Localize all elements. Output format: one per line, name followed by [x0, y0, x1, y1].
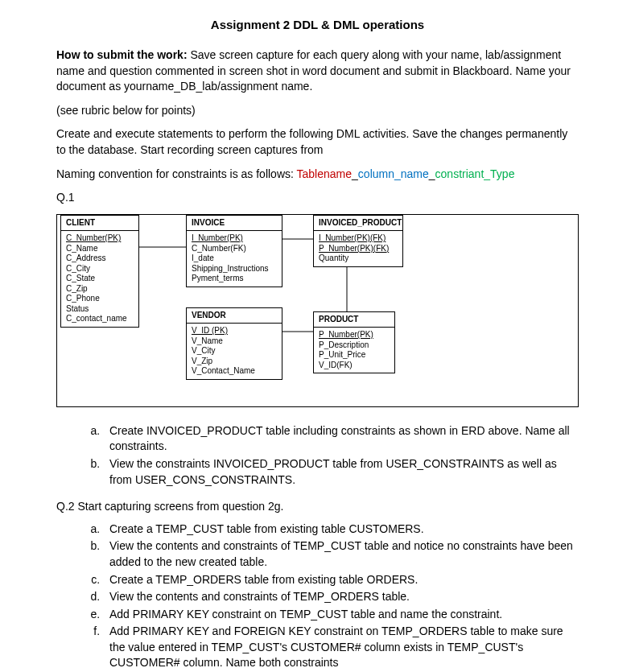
- naming-tablename: Tablename: [297, 167, 353, 180]
- howto-para: How to submit the work: Save screen capt…: [56, 47, 579, 95]
- entity-product-row: P_Number(PK): [319, 330, 390, 340]
- q2-item-d: View the contents and constraints of TEM…: [103, 589, 579, 605]
- entity-vendor-row: V_City: [192, 346, 277, 357]
- entity-client-row: C_Address: [66, 254, 134, 264]
- entity-vendor-row: V_Zip: [192, 357, 277, 367]
- entity-product-row: V_ID(FK): [319, 361, 390, 371]
- entity-invoice-row: I_Number(PK): [192, 233, 277, 244]
- entity-invoiced-product-row: I_Number(PK)(FK): [319, 233, 398, 244]
- entity-vendor-title: VENDOR: [187, 308, 282, 324]
- entity-invoice-row: Pyment_terms: [192, 274, 277, 284]
- naming-sep1: _: [352, 167, 358, 180]
- entity-client: CLIENT C_Number(PK) C_Name C_Address C_C…: [60, 215, 139, 328]
- entity-vendor-row: V_Contact_Name: [192, 366, 277, 377]
- entity-invoiced-product-row: Quantity: [319, 254, 398, 264]
- entity-vendor-row: V_Name: [192, 336, 277, 347]
- entity-vendor-row: V_ID (PK): [192, 326, 277, 336]
- create-stmt: Create and execute statements to perform…: [56, 126, 579, 158]
- erd-diagram: CLIENT C_Number(PK) C_Name C_Address C_C…: [56, 214, 579, 407]
- entity-invoice-title: INVOICE: [187, 216, 282, 232]
- entity-client-row: C_Name: [66, 244, 134, 254]
- naming-column: column_name: [358, 167, 429, 180]
- entity-invoiced-product-row: P_Number(PK)(FK): [319, 244, 398, 254]
- entity-client-row: C_Phone: [66, 294, 134, 304]
- entity-invoiced-product: INVOICED_PRODUCT I_Number(PK)(FK) P_Numb…: [313, 215, 403, 267]
- q2-label: Q.2 Start capturing screens from questio…: [56, 499, 579, 515]
- naming-type: constriant_Type: [435, 167, 515, 180]
- entity-client-row: C_City: [66, 264, 134, 274]
- q1-item-a: Create INVOICED_PRODUCT table including …: [103, 423, 579, 455]
- q2-item-a: Create a TEMP_CUST table from existing t…: [103, 522, 579, 538]
- naming-sep2: _: [429, 167, 435, 180]
- entity-client-row: C_State: [66, 274, 134, 284]
- q1-list: Create INVOICED_PRODUCT table including …: [56, 423, 579, 488]
- q2-item-e: Add PRIMARY KEY constraint on TEMP_CUST …: [103, 607, 579, 623]
- entity-invoice: INVOICE I_Number(PK) C_Number(FK) I_date…: [186, 215, 282, 287]
- entity-client-row: Status: [66, 304, 134, 315]
- entity-client-row: C_Number(PK): [66, 233, 134, 244]
- naming-convention: Naming convention for constraints is as …: [56, 167, 579, 183]
- entity-product-row: P_Unit_Price: [319, 350, 390, 361]
- entity-product-row: P_Description: [319, 340, 390, 351]
- doc-title: Assignment 2 DDL & DML operations: [56, 16, 579, 33]
- entity-client-row: C_contact_name: [66, 314, 134, 324]
- entity-invoice-row: C_Number(FK): [192, 244, 277, 254]
- entity-client-row: C_Zip: [66, 284, 134, 295]
- q1-item-b: View the constraints INVOICED_PRODUCT ta…: [103, 456, 579, 488]
- q2-item-b: View the contents and constraints of TEM…: [103, 538, 579, 570]
- q2-list: Create a TEMP_CUST table from existing t…: [56, 522, 579, 672]
- naming-prefix: Naming convention for constraints is as …: [56, 167, 297, 180]
- entity-invoice-row: Shipping_Instructions: [192, 264, 277, 274]
- entity-product-title: PRODUCT: [314, 312, 394, 328]
- entity-vendor: VENDOR V_ID (PK) V_Name V_City V_Zip V_C…: [186, 307, 282, 380]
- q1-label: Q.1: [56, 190, 579, 206]
- rubric-note: (see rubric below for points): [56, 103, 579, 119]
- entity-invoiced-product-title: INVOICED_PRODUCT: [314, 216, 402, 232]
- q2-item-f: Add PRIMARY KEY and FOREIGN KEY constrai…: [103, 624, 579, 671]
- entity-invoice-row: I_date: [192, 254, 277, 264]
- entity-client-title: CLIENT: [61, 216, 138, 232]
- entity-product: PRODUCT P_Number(PK) P_Description P_Uni…: [313, 311, 395, 374]
- howto-label: How to submit the work:: [56, 48, 188, 61]
- q2-item-c: Create a TEMP_ORDERS table from existing…: [103, 572, 579, 588]
